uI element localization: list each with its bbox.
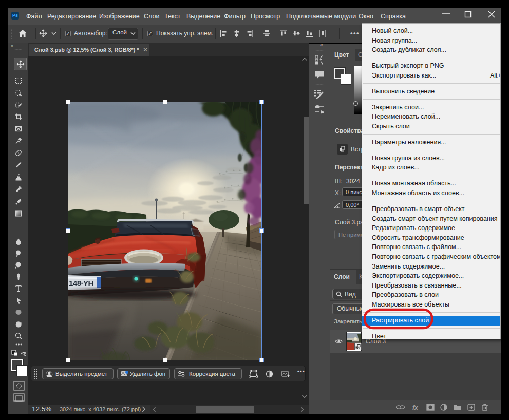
- svg-text:fx: fx: [412, 404, 419, 411]
